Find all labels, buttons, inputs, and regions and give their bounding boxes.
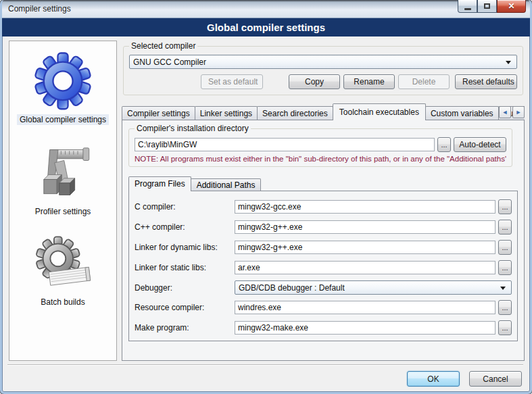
main-panel: Selected compiler GNU GCC Compiler Set a… [122,41,525,361]
field-row-debugger: Debugger: GDB/CDB debugger : Default [135,280,512,295]
selected-compiler-group: Selected compiler GNU GCC Compiler Set a… [123,46,523,95]
minimize-icon [464,8,471,10]
sidebar-item-label: Global compiler settings [17,114,109,125]
static-linker-browse-button[interactable]: ... [498,260,512,275]
sidebar-item-label: Batch builds [38,297,87,307]
program-files-panel: C compiler: ... C++ compiler: ... Linker… [128,191,518,341]
resource-compiler-input[interactable] [235,301,495,314]
compiler-select[interactable]: GNU GCC Compiler [129,55,517,69]
compiler-buttons-row: Set as default Copy Rename Delete Reset … [129,74,517,89]
make-program-browse-button[interactable]: ... [498,320,512,335]
resource-compiler-label: Resource compiler: [135,303,235,312]
close-button[interactable]: ✕ [497,0,526,13]
installation-directory-group: Compiler's installation directory ... Au… [128,128,512,167]
c-compiler-input[interactable] [235,200,495,214]
bin-subdirectory-note: NOTE: All programs must exist either in … [135,155,506,163]
compiler-settings-dialog: Compiler settings ✕ Global compiler sett… [0,0,532,394]
settings-sidebar: Global compiler settings [9,41,117,361]
tab-search-directories[interactable]: Search directories [257,106,333,120]
delete-button[interactable]: Delete [398,74,450,89]
program-files-tabstrip: Program Files Additional Paths [128,176,518,191]
close-icon: ✕ [508,1,514,11]
sidebar-item-label: Profiler settings [32,206,94,217]
dialog-footer: OK Cancel [2,361,530,392]
cpp-compiler-input[interactable] [235,220,495,234]
make-program-input[interactable] [235,321,495,335]
cpp-compiler-browse-button[interactable]: ... [498,220,512,235]
toolchain-executables-panel: Compiler's installation directory ... Au… [122,120,525,361]
page-title: Global compiler settings [2,18,530,36]
caliper-icon [33,141,93,203]
sidebar-item-global-compiler-settings[interactable]: Global compiler settings [17,48,109,125]
auto-detect-button[interactable]: Auto-detect [454,137,506,152]
titlebar[interactable]: Compiler settings ✕ [2,0,530,18]
dynamic-linker-input[interactable] [235,241,495,254]
cpp-compiler-label: C++ compiler: [135,222,235,232]
field-row-resource-compiler: Resource compiler: ... [135,300,512,315]
sidebar-item-batch-builds[interactable]: Batch builds [32,233,94,307]
static-linker-label: Linker for static libs: [135,263,235,272]
field-row-make-program: Make program: ... [135,320,512,335]
copy-button[interactable]: Copy [289,74,340,89]
set-as-default-button[interactable]: Set as default [201,74,263,89]
tab-scroll-right-icon[interactable]: ► [512,106,525,118]
debugger-select-value: GDB/CDB debugger : Default [239,283,345,293]
browse-directory-button[interactable]: ... [437,137,451,152]
ok-button[interactable]: OK [407,371,460,387]
make-program-label: Make program: [135,323,235,333]
tab-compiler-settings[interactable]: Compiler settings [122,106,195,120]
reset-defaults-button[interactable]: Reset defaults [455,74,517,89]
c-compiler-browse-button[interactable]: ... [498,199,512,214]
debugger-label: Debugger: [135,283,235,293]
window-title: Compiler settings [8,4,71,14]
blue-gear-icon [31,48,95,112]
dynamic-linker-label: Linker for dynamic libs: [135,243,235,252]
tab-custom-variables[interactable]: Custom variables [425,106,499,120]
field-row-dynamic-linker: Linker for dynamic libs: ... [135,240,512,255]
settings-tabstrip: Compiler settings Linker settings Search… [122,103,525,120]
tab-linker-settings[interactable]: Linker settings [195,106,258,120]
installation-directory-input[interactable] [135,138,435,151]
maximize-icon [484,3,490,9]
c-compiler-label: C compiler: [135,202,235,212]
window-controls: ✕ [458,0,526,13]
static-linker-input[interactable] [235,261,495,274]
field-row-static-linker: Linker for static libs: ... [135,260,512,275]
gray-gear-papers-icon [32,233,94,294]
minimize-button[interactable] [458,0,477,13]
rename-button[interactable]: Rename [343,74,395,89]
subtab-additional-paths[interactable]: Additional Paths [191,178,262,191]
field-row-c-compiler: C compiler: ... [135,199,512,214]
subtab-program-files[interactable]: Program Files [128,176,191,191]
field-row-cpp-compiler: C++ compiler: ... [135,220,512,235]
resource-compiler-browse-button[interactable]: ... [498,300,512,315]
installation-directory-group-label: Compiler's installation directory [135,124,251,133]
sidebar-item-profiler-settings[interactable]: Profiler settings [32,141,94,217]
debugger-select[interactable]: GDB/CDB debugger : Default [235,280,512,295]
compiler-select-value: GNU GCC Compiler [133,57,206,67]
cancel-button[interactable]: Cancel [469,371,522,387]
tab-scroll-controls: ◄ ► [499,106,525,118]
maximize-button[interactable] [477,0,497,13]
dynamic-linker-browse-button[interactable]: ... [498,240,512,255]
tab-toolchain-executables[interactable]: Toolchain executables [333,103,426,120]
selected-compiler-group-label: Selected compiler [129,41,197,51]
tab-scroll-left-icon[interactable]: ◄ [499,106,511,118]
